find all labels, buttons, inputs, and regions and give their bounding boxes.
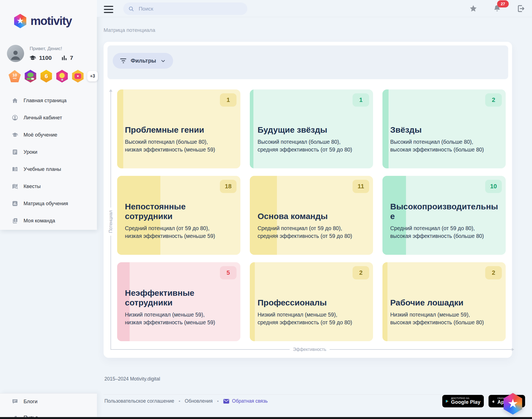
bar-chart-icon [61, 55, 67, 61]
updates-link[interactable]: Обновления [185, 398, 213, 404]
search-icon [128, 6, 134, 12]
app-window: ★ motivity Привет, Денис! 1100 [0, 0, 532, 419]
terms-link[interactable]: Пользовательское соглашение [104, 398, 174, 404]
sidebar-item-my-learning[interactable]: Моё обучение [0, 126, 97, 143]
sidebar: ★ motivity Привет, Денис! 1100 [0, 0, 97, 230]
star-icon: ★ [507, 397, 518, 410]
sidebar-item-curricula[interactable]: Учебные планы [0, 161, 97, 178]
achievement-badges: 10 топ 6 ♥ +3 [8, 70, 98, 83]
search-input[interactable] [138, 6, 242, 12]
y-axis-label: Потенциал [107, 207, 114, 235]
card-title: Будущие звёзды [258, 125, 366, 135]
matrix-card[interactable]: 10 Высокопроизводительные Средний потенц… [382, 176, 506, 255]
card-count-badge: 2 [353, 266, 369, 279]
sidebar-item-profile[interactable]: Личный кабинет [0, 109, 97, 126]
matrix-card[interactable]: 1 Будущие звёзды Высокий потенциал (боль… [250, 89, 373, 168]
team-card-icon [12, 217, 18, 224]
card-title: Звёзды [390, 125, 498, 135]
badge-top10-caption: топ [13, 77, 17, 80]
card-fill-stripe [382, 89, 389, 168]
google-play-name: Google Play [451, 400, 480, 405]
progress-bar [27, 78, 34, 80]
sidebar-item-home[interactable]: Главная страница [0, 92, 97, 109]
graduation-cap-icon [29, 54, 36, 61]
badge-heart-like[interactable]: ♥ [71, 70, 84, 83]
card-fill-stripe [250, 262, 255, 341]
top-bar-actions: 27 [468, 0, 526, 17]
sidebar-item-label: Моё обучение [24, 132, 57, 138]
sidebar-item-label: Личный кабинет [24, 115, 62, 121]
badge-top10-number: 10 [12, 73, 17, 77]
matrix-card[interactable]: 18 Непостоянные сотрудники Средний потен… [117, 176, 240, 255]
card-description: Средний потенциал (от 59 до 80),высокая … [390, 225, 498, 240]
badge-laurel-number: 6 [45, 73, 48, 79]
sidebar-item-label: Матрица обучения [24, 200, 68, 207]
sidebar-item-my-team[interactable]: Моя команда [0, 212, 97, 229]
sidebar-item-label: Блоги [24, 399, 37, 405]
card-title: Проблемные гении [125, 125, 233, 135]
matrix-card[interactable]: 2 Профессионалы Низкий потенциал (меньше… [250, 262, 373, 341]
card-title: Неэффективные сотрудники [125, 288, 233, 308]
matrix-card[interactable]: 5 Неэффективные сотрудники Низкий потенц… [117, 262, 240, 341]
sidebar-item-label: Уроки [24, 149, 37, 155]
sidebar-item-label: Квесты [24, 183, 41, 189]
bulb-icon [61, 79, 63, 81]
menu-toggle-button[interactable] [104, 6, 113, 13]
sidebar-item-learning-matrix[interactable]: Матрица обучения [0, 195, 97, 212]
notifications-button[interactable]: 27 [492, 4, 502, 14]
motivity-logo-icon: ★ [13, 14, 27, 28]
filters-button[interactable]: Фильтры [113, 53, 173, 69]
filters-strip: Фильтры [107, 45, 508, 79]
card-count-badge: 10 [485, 180, 502, 193]
greeting-text: Привет, Денис! [30, 46, 62, 52]
badge-laurel-6[interactable]: 6 [40, 70, 53, 83]
sidebar-item-quests[interactable]: Квесты [0, 178, 97, 195]
card-count-badge: 2 [485, 266, 502, 279]
card-count-badge: 2 [485, 93, 502, 107]
footer-divider [104, 394, 526, 395]
dot-separator: • [217, 399, 219, 404]
feedback-link[interactable]: Обратная связь [223, 398, 268, 404]
badge-idea-bulb[interactable] [56, 70, 68, 83]
badge-top10[interactable]: 10 топ [8, 70, 21, 83]
matrix-card[interactable]: 11 Основа команды Средний потенциал (от … [250, 176, 373, 255]
card-fill-stripe [250, 89, 253, 168]
matrix-card[interactable]: 1 Проблемные гении Высокий потенциал (бо… [117, 89, 240, 168]
matrix-grid: 1 Проблемные гении Высокий потенциал (бо… [117, 89, 506, 341]
favorites-button[interactable] [468, 4, 478, 14]
chevron-down-icon [161, 58, 166, 63]
matrix-card[interactable]: 2 Звёзды Высокий потенциал (больше 80),в… [382, 89, 506, 168]
card-fill-stripe [117, 89, 123, 168]
motivity-widget-button[interactable]: ★ [502, 393, 523, 415]
card-title: Профессионалы [258, 298, 366, 307]
dot-separator: • [179, 399, 180, 404]
star-icon: ★ [17, 17, 24, 25]
sidebar-item-lessons[interactable]: Уроки [0, 143, 97, 161]
chart-square-icon [12, 200, 18, 207]
sidebar-item-blogs[interactable]: Блоги [0, 394, 97, 410]
home-icon [12, 97, 18, 104]
more-badges-button[interactable]: +3 [87, 71, 98, 81]
sidebar-item-label: Главная страница [24, 97, 66, 104]
star-icon [469, 4, 478, 13]
motivity-logo-icon: ★ [502, 393, 523, 415]
logout-button[interactable] [516, 4, 526, 14]
x-axis-arrow [512, 348, 514, 351]
window-bottom-edge [0, 417, 532, 419]
card-description: Средний потенциал (от 59 до 80),низкая э… [125, 225, 233, 240]
person-photo-placeholder-icon [9, 49, 22, 61]
matrix-card[interactable]: 2 Рабочие лошадки Низкий потенциал (мень… [382, 262, 506, 341]
card-title: Рабочие лошадки [390, 298, 498, 307]
notification-count-badge: 27 [497, 0, 509, 7]
character-icon [27, 73, 34, 77]
brand-logo[interactable]: ★ motivity [13, 14, 72, 28]
x-axis-label: Эффективность [290, 346, 330, 353]
card-description: Средний потенциал (от 59 до 80),средняя … [258, 225, 366, 240]
google-play-badge[interactable]: Доступно на Google Play [442, 395, 484, 407]
envelope-icon [223, 399, 229, 404]
sidebar-bottom-menu: Блоги Пульс [0, 394, 97, 419]
search-bar[interactable] [123, 2, 247, 15]
user-avatar[interactable] [7, 45, 24, 62]
badge-character-progress[interactable] [24, 70, 37, 83]
sidebar-item-label: Моя команда [24, 218, 55, 224]
